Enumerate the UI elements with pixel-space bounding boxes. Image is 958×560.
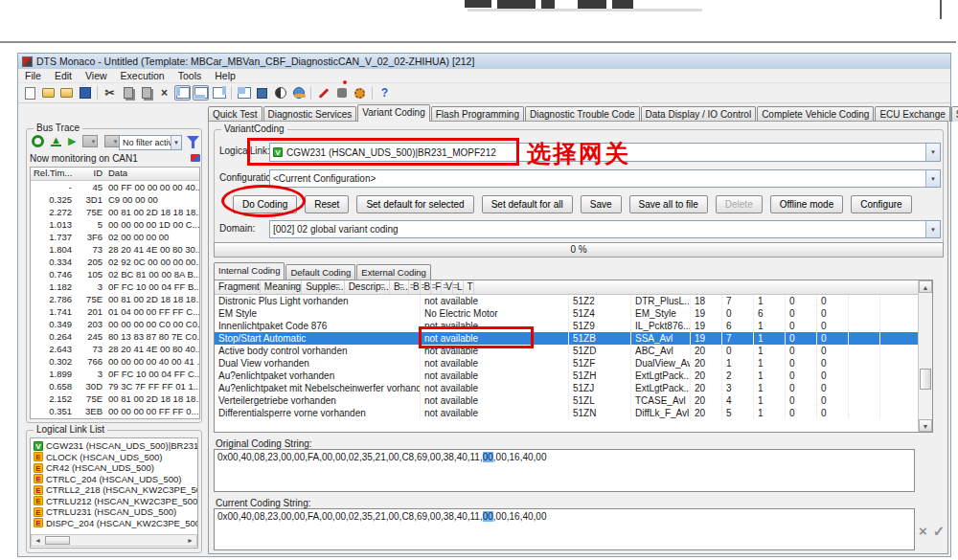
trace-row[interactable]: 0.34920300 00 00 00 C0 00 C0... — [31, 318, 199, 330]
trace-upload-icon[interactable]: ▲ — [51, 136, 61, 146]
tab[interactable]: Diagnostic Trouble Code — [525, 106, 640, 122]
trace-row[interactable]: 0.3253D1C9 00 00 00 — [31, 193, 199, 206]
coding-column-header[interactable]: Descrip... — [345, 280, 390, 294]
coding-action-button[interactable]: Delete — [716, 195, 763, 213]
cascade-windows-icon[interactable] — [236, 85, 252, 101]
logical-link-item[interactable]: E CTRLL2_218 (HSCAN_KW2C3PE_500) — [31, 484, 197, 496]
panel-icon[interactable] — [254, 85, 270, 101]
configuration-dropdown[interactable]: <Current Configuration> ▼ — [269, 169, 941, 188]
trace-row[interactable]: 1.013500 00 00 00 1D 00 C... — [31, 218, 199, 231]
scroll-right-icon[interactable]: ► — [184, 537, 196, 544]
tab[interactable]: Quick Test — [208, 106, 262, 122]
logical-link-item[interactable]: E CTRLC_204 (HSCAN_UDS_500) — [31, 474, 197, 485]
table-row[interactable]: Verteilergetriebe vorhandennot available… — [215, 394, 918, 407]
coding-column-header[interactable]: V — [442, 280, 453, 294]
table-row[interactable]: Au?enlichtpaket vorhandennot available 5… — [215, 370, 918, 382]
trace-row[interactable]: 1.74120101 04 00 00 FF FF C... — [31, 305, 199, 318]
menu-item[interactable]: Execution — [114, 70, 171, 81]
logical-link-item[interactable]: E CTRLU212 (HSCAN_KW2C3PE_500) — [31, 496, 197, 507]
logical-link-item[interactable]: E CR42 (HSCAN_UDS_500) — [31, 462, 197, 474]
coding-action-button[interactable]: Reset — [305, 195, 349, 213]
coding-action-button[interactable]: Save all to file — [629, 195, 708, 213]
menu-item[interactable]: View — [79, 70, 114, 81]
coding-action-button[interactable]: Set default for selected — [356, 195, 473, 213]
original-coding-string-field[interactable]: 0x00,40,08,23,00,00,FA,00,00,02,35,21,00… — [214, 449, 915, 492]
trace-row[interactable]: 0.74610502 BC 81 00 00 8A B... — [31, 268, 199, 280]
scrollbar-thumb[interactable] — [920, 369, 931, 390]
coding-column-header[interactable]: L — [453, 280, 464, 294]
coding-action-button[interactable]: Set default for all — [482, 195, 573, 213]
menu-item[interactable]: Edit — [48, 70, 79, 81]
inner-tab[interactable]: External Coding — [356, 264, 431, 280]
logical-link-item[interactable]: E DISPC_204 (HSCAN_KW2C3PE_500) — [31, 518, 197, 529]
trace-row[interactable]: 0.30276600 00 00 00 40 00 41 ... — [31, 355, 199, 368]
trace-row[interactable]: 2.27275E00 81 00 2D 18 18 18... — [31, 206, 199, 218]
menu-item[interactable]: Help — [208, 70, 242, 81]
globe-icon[interactable] — [290, 85, 307, 101]
layout-left-pane-icon[interactable] — [174, 85, 191, 101]
coding-column-header[interactable]: Meaning — [261, 280, 302, 294]
logical-link-item[interactable]: E CTRLU231 (HSCAN_UDS_500) — [31, 506, 197, 518]
links-horizontal-scrollbar[interactable]: ◄ ► — [31, 534, 197, 547]
trace-stop-icon[interactable] — [32, 135, 44, 147]
inner-tab[interactable]: Internal Coding — [214, 262, 285, 280]
trace-row[interactable]: 1.7373F602 00 00 00 00 — [31, 231, 199, 243]
coding-column-header[interactable]: B — [421, 280, 432, 294]
copy-icon[interactable] — [120, 85, 136, 101]
scroll-left-icon[interactable]: ◄ — [32, 537, 44, 544]
title-bar[interactable]: DTS Monaco - Untitled (Template: MBCar_M… — [18, 54, 950, 69]
new-document-icon[interactable] — [22, 85, 38, 101]
coding-action-button[interactable]: Offline mode — [770, 195, 844, 213]
trace-row[interactable]: 1.18230F FC 10 00 04 FF B... — [31, 280, 199, 293]
coding-column-header[interactable]: B... — [390, 280, 409, 294]
table-row[interactable]: Dual View vorhandennot available 51ZFDua… — [215, 357, 918, 370]
table-row[interactable]: Active body control vorhandennot availab… — [215, 345, 918, 357]
trace-columns-icon[interactable]: ▼ — [82, 135, 98, 147]
settings-gear-icon[interactable] — [352, 85, 368, 101]
coding-action-button[interactable]: Configure — [851, 195, 911, 213]
save-icon[interactable] — [77, 85, 93, 101]
trace-row[interactable]: 0.33420502 92 0C 00 00 00 00... — [31, 256, 199, 268]
trace-row[interactable]: -4500 FF 00 00 00 00 40... — [31, 181, 199, 193]
tab[interactable]: Data Display / IO Control — [641, 106, 757, 122]
tab[interactable]: Variant Coding — [357, 104, 429, 122]
menu-item[interactable]: Tools — [171, 70, 209, 81]
coding-column-header[interactable]: Supple... — [302, 280, 344, 294]
trace-row[interactable]: 0.26424580 13 83 87 80 7E C0... — [31, 330, 199, 343]
tab[interactable]: Complete Vehicle Coding — [757, 106, 874, 122]
layout-right-pane-icon[interactable] — [211, 85, 227, 101]
trace-row[interactable]: 1.8047328 20 41 4E 00 80 30... — [31, 243, 199, 256]
scrollbar-thumb[interactable] — [45, 536, 70, 545]
pen-tool-icon[interactable] — [315, 85, 331, 101]
coding-column-header[interactable]: T — [464, 280, 474, 294]
coding-action-button[interactable]: Do Coding — [233, 195, 297, 213]
trace-filter-dropdown[interactable]: No filter active ▼ — [119, 135, 182, 150]
logical-link-item[interactable]: V CGW231 (HSCAN_UDS_500)|BR231_MOPF212 — [31, 440, 197, 452]
bus-trace-column-header[interactable]: Rel.Tim... — [31, 168, 75, 180]
trace-row[interactable]: 2.6437328 20 41 4E 00 80 40... — [31, 343, 199, 355]
trace-row[interactable]: 2.15275E00 81 00 2D 18 18 18... — [31, 392, 199, 405]
reject-accept-icons[interactable]: ×✓ — [919, 523, 950, 540]
paste-icon[interactable] — [138, 85, 154, 101]
table-row[interactable]: Stop/Start Automaticnot available 51ZBSS… — [215, 332, 918, 345]
table-row[interactable]: Au?enlichtpaket mit Nebelscheinwerfer vo… — [215, 382, 918, 394]
table-row[interactable]: Differentialsperre vorne vorhandennot av… — [215, 407, 918, 419]
menu-item[interactable]: File — [18, 70, 48, 81]
coding-action-button[interactable]: Save — [581, 195, 622, 213]
layout-bottom-pane-icon[interactable] — [193, 85, 209, 101]
tab[interactable]: Symbolic Trace — [951, 106, 958, 122]
scroll-down-icon[interactable]: ▼ — [919, 419, 932, 432]
contrast-icon[interactable] — [272, 85, 288, 101]
table-row[interactable]: Distronic Plus Light vorhandennot availa… — [215, 295, 918, 307]
logical-link-dropdown[interactable]: V CGW231 (HSCAN_UDS_500)|BR231_MOPF212 ▼ — [269, 143, 941, 162]
table-row[interactable]: Innenlichtpaket Code 876not available 51… — [215, 320, 918, 332]
open-file-icon[interactable] — [40, 85, 57, 101]
cut-icon[interactable]: ✂ — [102, 85, 118, 101]
delete-icon[interactable]: × — [156, 85, 172, 101]
trace-row[interactable]: 0.65830D79 3C 7F FF FF 01 1... — [31, 380, 199, 392]
domain-dropdown[interactable]: [002] 02 global variant coding ▼ — [269, 220, 941, 238]
logical-link-item[interactable]: E CLOCK (HSCAN_UDS_500) — [31, 452, 197, 463]
coding-column-header[interactable]: F — [431, 280, 442, 294]
trace-play-icon[interactable]: ▶ — [68, 135, 76, 147]
current-coding-string-field[interactable]: 0x00,40,08,23,00,00,FA,00,00,02,35,21,00… — [214, 508, 915, 550]
